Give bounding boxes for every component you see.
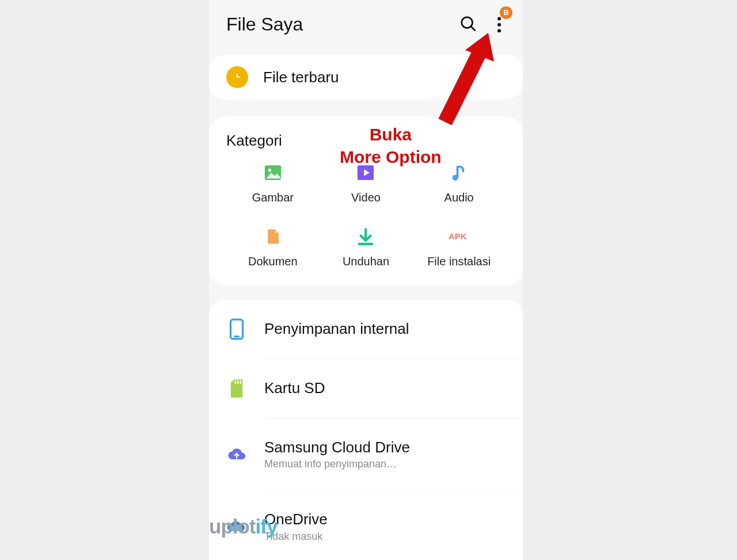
storage-sd-card[interactable]: Kartu SD — [209, 359, 523, 418]
categories-title: Kategori — [226, 132, 506, 150]
category-label: File instalasi — [427, 255, 491, 268]
storage-title: OneDrive — [264, 510, 506, 529]
apk-icon: APK — [449, 226, 469, 247]
category-label: Unduhan — [343, 255, 389, 268]
category-label: Gambar — [252, 191, 294, 204]
video-icon — [355, 162, 376, 183]
category-documents[interactable]: Dokumen — [226, 226, 320, 268]
recent-files-card[interactable]: File terbaru — [209, 55, 523, 100]
svg-text:APK: APK — [449, 231, 467, 241]
svg-point-2 — [497, 17, 501, 20]
svg-point-3 — [497, 22, 501, 26]
svg-rect-15 — [235, 380, 236, 384]
category-install-files[interactable]: APK File instalasi — [412, 226, 506, 268]
svg-point-9 — [453, 175, 458, 181]
search-icon[interactable] — [459, 15, 477, 35]
category-label: Audio — [445, 191, 474, 204]
storage-internal[interactable]: Penyimpanan internal — [209, 300, 523, 359]
svg-point-6 — [268, 169, 271, 172]
clock-icon — [226, 66, 248, 88]
phone-storage-icon — [226, 319, 247, 340]
categories-card: Kategori Gambar — [209, 117, 523, 285]
svg-point-4 — [497, 29, 501, 32]
download-icon — [355, 226, 376, 247]
watermark: uplotify — [209, 515, 277, 538]
category-label: Dokumen — [248, 255, 298, 268]
categories-grid: Gambar Video — [226, 162, 506, 268]
notification-badge: B — [500, 6, 512, 19]
svg-rect-17 — [240, 380, 241, 384]
image-icon — [263, 162, 283, 183]
cloud-upload-icon — [226, 444, 247, 464]
category-images[interactable]: Gambar — [226, 162, 320, 204]
watermark-part1: uplot — [209, 515, 256, 538]
app-header: File Saya B — [209, 0, 523, 43]
music-note-icon — [449, 162, 469, 183]
page-title: File Saya — [226, 14, 303, 35]
watermark-part2: ify — [256, 515, 278, 538]
category-video[interactable]: Video — [320, 162, 413, 204]
recent-files-label: File terbaru — [263, 68, 339, 86]
more-options-icon[interactable]: B — [493, 17, 506, 33]
storage-subtitle: Tidak masuk — [264, 531, 506, 543]
storage-title: Kartu SD — [264, 379, 506, 398]
storage-subtitle: Memuat info penyimpanan… — [264, 458, 506, 470]
phone-screen: File Saya B File — [209, 0, 523, 560]
header-actions: B — [459, 15, 506, 35]
document-icon — [263, 226, 283, 247]
svg-line-1 — [471, 26, 475, 31]
storage-samsung-cloud[interactable]: Samsung Cloud Drive Memuat info penyimpa… — [209, 418, 523, 490]
category-label: Video — [351, 191, 381, 204]
category-audio[interactable]: Audio — [412, 162, 506, 204]
category-downloads[interactable]: Unduhan — [320, 226, 413, 268]
svg-rect-16 — [237, 380, 238, 384]
sd-card-icon — [226, 378, 247, 399]
storage-title: Samsung Cloud Drive — [264, 438, 506, 458]
storage-title: Penyimpanan internal — [264, 319, 506, 339]
